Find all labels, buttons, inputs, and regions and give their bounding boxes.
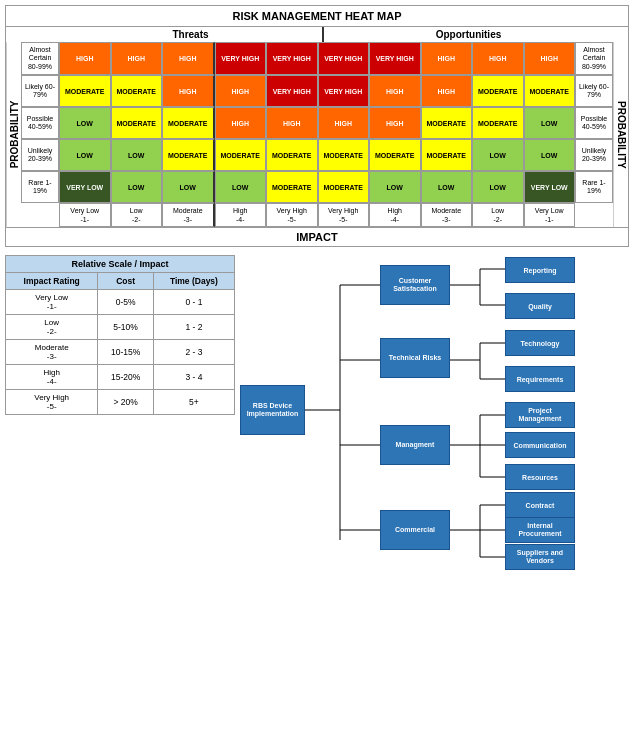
impact-footer-row: Very Low-1- Low-2- Moderate-3- High-4- V… <box>59 203 575 227</box>
cell-r1-5: VERY HIGH <box>266 42 318 75</box>
cell-r3-9: MODERATE <box>472 107 524 139</box>
rbs-l2-requirements: Requirements <box>505 366 575 392</box>
prob-label-r1-right: Almost Certain 80-99% <box>575 42 613 75</box>
rbs-l2-contract: Contract <box>505 492 575 518</box>
impact-time-3: 2 - 3 <box>153 340 234 365</box>
cell-r3-7: HIGH <box>369 107 421 139</box>
cell-r1-3: HIGH <box>162 42 215 75</box>
cell-r4-8: MODERATE <box>421 139 473 171</box>
grid-area: PROBABILITY Almost Certain 80-99% HIGH H… <box>6 42 628 227</box>
cell-r1-10: HIGH <box>524 42 576 75</box>
impact-label-4: High-4- <box>6 365 98 390</box>
impact-table-title: Relative Scale / Impact <box>6 256 235 273</box>
cell-r1-4: VERY HIGH <box>215 42 267 75</box>
bottom-section: Relative Scale / Impact Impact Rating Co… <box>5 255 629 565</box>
cell-r2-8: HIGH <box>421 75 473 107</box>
impact-cost-5: > 20% <box>98 390 153 415</box>
cell-r4-6: MODERATE <box>318 139 370 171</box>
impact-label-1: Very Low-1- <box>6 290 98 315</box>
impact-table-section: Relative Scale / Impact Impact Rating Co… <box>5 255 235 565</box>
impact-footer-6: Very High-5- <box>318 203 370 227</box>
cell-r5-10: VERY LOW <box>524 171 576 203</box>
prob-label-r3-right: Possible 40-59% <box>575 107 613 139</box>
impact-row-4: High-4- 15-20% 3 - 4 <box>6 365 235 390</box>
rbs-section: RBS Device Implementation Customer Satis… <box>240 255 629 565</box>
impact-footer-2: Low-2- <box>111 203 163 227</box>
cell-r5-1: VERY LOW <box>59 171 111 203</box>
impact-cost-4: 15-20% <box>98 365 153 390</box>
cell-r4-9: LOW <box>472 139 524 171</box>
cell-r5-8: LOW <box>421 171 473 203</box>
cell-r5-6: MODERATE <box>318 171 370 203</box>
prob-label-r5-right: Rare 1-19% <box>575 171 613 203</box>
prob-label-r4-right: Unlikely 20-39% <box>575 139 613 171</box>
prob-label-right: PROBABILITY <box>613 42 628 227</box>
cell-r3-3: MODERATE <box>162 107 215 139</box>
impact-table: Relative Scale / Impact Impact Rating Co… <box>5 255 235 415</box>
impact-row-3: Moderate-3- 10-15% 2 - 3 <box>6 340 235 365</box>
impact-footer-8: Moderate-3- <box>421 203 473 227</box>
prob-label-r3: Possible 40-59% <box>21 107 59 139</box>
cell-r3-1: LOW <box>59 107 111 139</box>
cell-r1-1: HIGH <box>59 42 111 75</box>
prob-label-r4: Unlikely 20-39% <box>21 139 59 171</box>
impact-col-header-0: Impact Rating <box>6 273 98 290</box>
cell-r4-4: MODERATE <box>215 139 267 171</box>
rbs-l1-technical: Technical Risks <box>380 338 450 378</box>
impact-footer-10: Very Low-1- <box>524 203 576 227</box>
rbs-l2-communication: Communication <box>505 432 575 458</box>
grid-row-3: Possible 40-59% LOW MODERATE MODERATE HI… <box>21 107 613 139</box>
rbs-root-node: RBS Device Implementation <box>240 385 305 435</box>
threats-opps-header: Threats Opportunities <box>59 27 613 42</box>
rbs-l2-resources: Resources <box>505 464 575 490</box>
impact-label: IMPACT <box>6 227 628 246</box>
impact-col-header-2: Time (Days) <box>153 273 234 290</box>
cell-r4-7: MODERATE <box>369 139 421 171</box>
impact-label-2: Low-2- <box>6 315 98 340</box>
cell-r5-5: MODERATE <box>266 171 318 203</box>
cell-r3-8: MODERATE <box>421 107 473 139</box>
impact-time-2: 1 - 2 <box>153 315 234 340</box>
impact-cost-3: 10-15% <box>98 340 153 365</box>
heat-grid: Almost Certain 80-99% HIGH HIGH HIGH VER… <box>21 42 613 227</box>
grid-row-2: Likely 60-79% MODERATE MODERATE HIGH HIG… <box>21 75 613 107</box>
cell-r1-9: HIGH <box>472 42 524 75</box>
cell-r1-6: VERY HIGH <box>318 42 370 75</box>
rbs-l2-quality: Quality <box>505 293 575 319</box>
cell-r5-7: LOW <box>369 171 421 203</box>
rbs-l2-reporting: Reporting <box>505 257 575 283</box>
impact-col-header-1: Cost <box>98 273 153 290</box>
cell-r4-5: MODERATE <box>266 139 318 171</box>
cell-r4-1: LOW <box>59 139 111 171</box>
cell-r3-6: HIGH <box>318 107 370 139</box>
impact-time-4: 3 - 4 <box>153 365 234 390</box>
heat-map-section: RISK MANAGEMENT HEAT MAP Threats Opportu… <box>5 5 629 247</box>
rbs-l1-management: Managment <box>380 425 450 465</box>
impact-label-5: Very High-5- <box>6 390 98 415</box>
rbs-l1-customer: Customer Satisfacation <box>380 265 450 305</box>
impact-time-1: 0 - 1 <box>153 290 234 315</box>
cell-r2-6: VERY HIGH <box>318 75 370 107</box>
main-container: RISK MANAGEMENT HEAT MAP Threats Opportu… <box>0 0 634 570</box>
impact-label-3: Moderate-3- <box>6 340 98 365</box>
cell-r2-3: HIGH <box>162 75 215 107</box>
heat-map-title: RISK MANAGEMENT HEAT MAP <box>6 6 628 27</box>
cell-r3-10: LOW <box>524 107 576 139</box>
cell-r1-2: HIGH <box>111 42 163 75</box>
rbs-l2-internal-proc: Internal Procurement <box>505 517 575 543</box>
rbs-l1-commercial: Commercial <box>380 510 450 550</box>
prob-label-r5: Rare 1-19% <box>21 171 59 203</box>
impact-time-5: 5+ <box>153 390 234 415</box>
cell-r3-5: HIGH <box>266 107 318 139</box>
cell-r5-9: LOW <box>472 171 524 203</box>
grid-row-4: Unlikely 20-39% LOW LOW MODERATE MODERAT… <box>21 139 613 171</box>
cell-r5-2: LOW <box>111 171 163 203</box>
cell-r3-4: HIGH <box>215 107 267 139</box>
impact-row-2: Low-2- 5-10% 1 - 2 <box>6 315 235 340</box>
threats-header: Threats <box>59 27 324 42</box>
prob-label-r2-right: Likely 60-79% <box>575 75 613 107</box>
impact-footer-1: Very Low-1- <box>59 203 111 227</box>
prob-label-r1: Almost Certain 80-99% <box>21 42 59 75</box>
impact-footer-3: Moderate-3- <box>162 203 215 227</box>
impact-row-1: Very Low-1- 0-5% 0 - 1 <box>6 290 235 315</box>
